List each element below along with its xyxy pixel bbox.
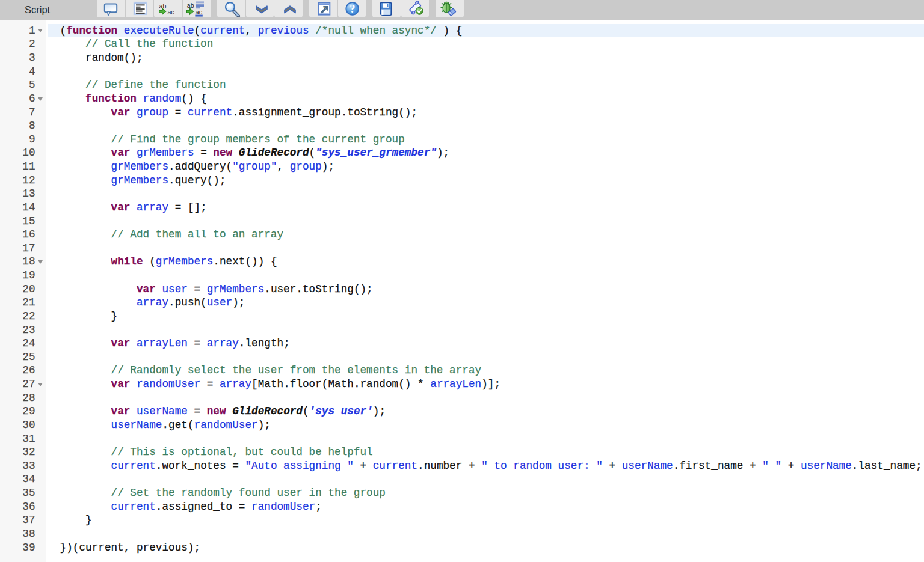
svg-text:ab: ab: [159, 2, 167, 10]
svg-text:ab: ab: [187, 2, 194, 9]
svg-text:?: ?: [350, 3, 355, 15]
svg-text:ac: ac: [168, 8, 174, 16]
svg-text:ac: ac: [196, 8, 202, 16]
